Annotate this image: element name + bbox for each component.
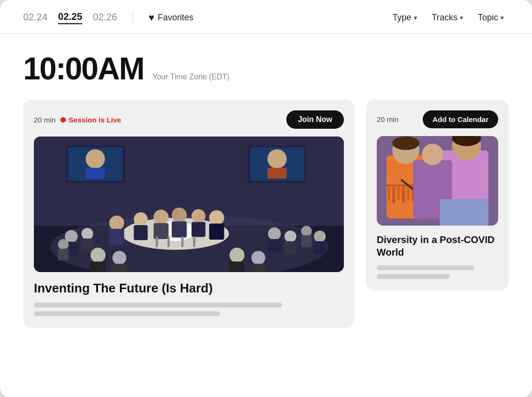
svg-point-40 bbox=[301, 226, 312, 236]
svg-point-50 bbox=[251, 251, 266, 265]
svg-point-16 bbox=[134, 213, 148, 227]
svg-rect-58 bbox=[402, 186, 405, 202]
cards-row: 20 min Session is Live Join Now bbox=[23, 100, 509, 328]
svg-point-18 bbox=[154, 210, 169, 225]
live-badge: Session is Live bbox=[60, 116, 121, 124]
svg-rect-55 bbox=[387, 186, 390, 201]
svg-rect-57 bbox=[397, 186, 400, 200]
card-large-image bbox=[34, 137, 344, 272]
filter-type-label: Type bbox=[393, 13, 412, 23]
svg-rect-51 bbox=[251, 264, 266, 272]
svg-point-38 bbox=[284, 230, 296, 242]
chevron-down-icon-3: ▾ bbox=[501, 14, 504, 21]
card-small-title: Diversity in a Post-COVID World bbox=[377, 233, 498, 259]
nav-divider bbox=[133, 13, 133, 23]
svg-rect-47 bbox=[112, 264, 126, 272]
svg-point-20 bbox=[172, 208, 187, 223]
svg-rect-28 bbox=[181, 236, 183, 247]
svg-point-36 bbox=[268, 228, 281, 241]
desc-line-small-1 bbox=[377, 265, 474, 270]
top-nav: 02.24 02.25 02.26 ♥ Favorites Type ▾ Tra… bbox=[0, 0, 532, 34]
svg-rect-6 bbox=[86, 168, 105, 179]
date-tab-0226[interactable]: 02.26 bbox=[93, 12, 117, 24]
card-meta-left: 20 min Session is Live bbox=[34, 116, 121, 124]
svg-point-5 bbox=[86, 149, 105, 168]
svg-rect-39 bbox=[284, 241, 296, 254]
svg-point-42 bbox=[314, 230, 325, 242]
svg-rect-29 bbox=[193, 236, 195, 247]
card-small-header: 20 min Add to Calendar bbox=[377, 110, 498, 128]
timezone-label: Your Time Zone (EDT) bbox=[152, 73, 229, 81]
card-large-desc bbox=[34, 303, 344, 316]
filter-tracks-button[interactable]: Tracks ▾ bbox=[427, 11, 468, 25]
card-small-image bbox=[377, 136, 498, 226]
svg-rect-37 bbox=[268, 239, 281, 253]
join-now-button[interactable]: Join Now bbox=[286, 110, 344, 129]
svg-point-34 bbox=[58, 239, 69, 250]
svg-point-48 bbox=[229, 248, 244, 263]
date-tab-0225[interactable]: 02.25 bbox=[58, 11, 82, 24]
svg-point-22 bbox=[192, 209, 206, 223]
card-large-header: 20 min Session is Live Join Now bbox=[34, 110, 344, 129]
svg-rect-35 bbox=[58, 249, 69, 260]
desc-line-1 bbox=[34, 303, 282, 307]
desc-line-small-2 bbox=[377, 274, 450, 279]
svg-rect-43 bbox=[314, 241, 325, 254]
svg-point-46 bbox=[112, 251, 126, 265]
main-content: 10:00AM Your Time Zone (EDT) 20 min Sess… bbox=[0, 34, 532, 397]
card-large-duration: 20 min bbox=[34, 116, 56, 124]
favorites-button[interactable]: ♥ Favorites bbox=[148, 12, 193, 23]
card-small: 20 min Add to Calendar bbox=[366, 100, 509, 290]
filter-topic-button[interactable]: Topic ▾ bbox=[473, 11, 509, 25]
svg-rect-59 bbox=[407, 186, 410, 200]
svg-rect-27 bbox=[167, 236, 169, 247]
time-header: 10:00AM Your Time Zone (EDT) bbox=[23, 53, 509, 84]
svg-rect-15 bbox=[109, 229, 124, 245]
card-large-title: Inventing The Future (Is Hard) bbox=[34, 281, 344, 296]
svg-rect-25 bbox=[209, 224, 224, 240]
svg-point-9 bbox=[267, 149, 287, 168]
svg-rect-41 bbox=[301, 235, 312, 247]
svg-rect-17 bbox=[134, 225, 148, 240]
svg-rect-49 bbox=[229, 261, 244, 272]
live-status-label: Session is Live bbox=[69, 116, 121, 124]
card-small-duration: 20 min bbox=[377, 115, 399, 123]
svg-point-32 bbox=[81, 228, 93, 240]
chevron-down-icon: ▾ bbox=[414, 14, 417, 21]
svg-rect-26 bbox=[156, 236, 158, 247]
svg-rect-21 bbox=[172, 221, 187, 237]
desc-line-2 bbox=[34, 311, 220, 316]
svg-rect-56 bbox=[392, 186, 395, 203]
svg-rect-71 bbox=[440, 199, 488, 226]
svg-point-63 bbox=[392, 137, 419, 150]
filter-group: Type ▾ Tracks ▾ Topic ▾ bbox=[388, 11, 509, 25]
svg-rect-33 bbox=[81, 239, 93, 252]
filter-type-button[interactable]: Type ▾ bbox=[388, 11, 422, 25]
card-small-desc bbox=[377, 265, 498, 279]
svg-point-44 bbox=[90, 248, 105, 263]
svg-rect-23 bbox=[192, 222, 206, 237]
filter-topic-label: Topic bbox=[478, 13, 498, 23]
time-label: 10:00AM bbox=[23, 53, 144, 84]
svg-rect-45 bbox=[90, 261, 105, 272]
svg-point-70 bbox=[422, 144, 443, 165]
card-small-meta-left: 20 min bbox=[377, 115, 399, 123]
date-tab-0224[interactable]: 02.24 bbox=[23, 12, 47, 24]
filter-tracks-label: Tracks bbox=[432, 13, 458, 23]
app-window: 02.24 02.25 02.26 ♥ Favorites Type ▾ Tra… bbox=[0, 0, 532, 397]
svg-rect-10 bbox=[267, 168, 287, 179]
date-tabs: 02.24 02.25 02.26 ♥ Favorites bbox=[23, 11, 388, 24]
chevron-down-icon-2: ▾ bbox=[460, 14, 463, 21]
favorites-label: Favorites bbox=[158, 13, 193, 23]
add-to-calendar-button[interactable]: Add to Calendar bbox=[423, 110, 498, 128]
live-dot-icon bbox=[60, 117, 66, 122]
card-large: 20 min Session is Live Join Now bbox=[23, 100, 355, 328]
svg-point-24 bbox=[209, 210, 224, 225]
svg-point-14 bbox=[109, 215, 124, 230]
heart-icon: ♥ bbox=[148, 12, 154, 23]
